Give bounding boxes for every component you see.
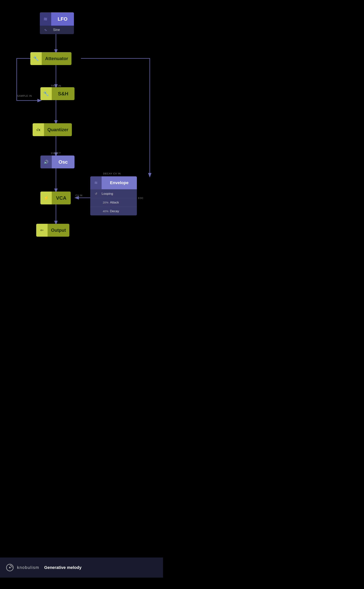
lfo-sublabel: Sine <box>51 28 74 32</box>
lfo-icon: ≋ <box>40 12 51 26</box>
envelope-module[interactable]: ≋ Envelope ↺ Looping 20% Attack 40% Deca… <box>90 176 137 216</box>
lfo-bottom: ∿ Sine <box>40 26 74 34</box>
vca-label: VCA <box>52 191 71 204</box>
output-label: Output <box>48 224 69 237</box>
attack-value: 20% <box>102 201 110 204</box>
osc-icon: 🔊 <box>40 156 52 168</box>
lfo-module[interactable]: ≋ LFO ∿ Sine <box>40 12 74 34</box>
decay-cv-in-label: DECAY CV IN <box>103 172 121 175</box>
looping-label: Looping <box>102 192 137 196</box>
svg-point-9 <box>9 567 11 568</box>
envelope-looping-row[interactable]: ↺ Looping <box>90 189 137 198</box>
attenuator-icon: 🔧 <box>30 52 42 65</box>
osc-label: Osc <box>52 156 74 168</box>
attenuator-module[interactable]: 🔧 Attenuator <box>30 52 72 65</box>
quantizer-icon: √x <box>32 123 44 136</box>
quantizer-module[interactable]: √x Quantizer <box>32 123 72 136</box>
osc-module[interactable]: 🔊 Osc <box>40 156 74 168</box>
envelope-attack-row[interactable]: 20% Attack <box>90 198 137 207</box>
decay-label: Decay <box>110 209 137 213</box>
attack-label: Attack <box>110 201 137 204</box>
envelope-decay-row[interactable]: 40% Decay <box>90 207 137 216</box>
eoc-label: EOC <box>138 197 143 199</box>
knobulism-logo <box>6 563 14 572</box>
footer-title: Generative melody <box>44 565 82 570</box>
envelope-label: Envelope <box>102 176 137 189</box>
sh-icon: 🔧 <box>40 87 52 100</box>
decay-value: 40% <box>102 209 110 213</box>
envelope-top: ≋ Envelope <box>90 176 137 189</box>
vca-icon: ⚡ <box>40 191 52 204</box>
output-icon: ⇐ <box>36 224 48 237</box>
lfo-label: LFO <box>51 12 74 26</box>
attenuator-label: Attenuator <box>42 52 72 65</box>
envelope-rows: ↺ Looping 20% Attack 40% Decay <box>90 189 137 216</box>
vca-cv-in-label: CV IN <box>75 194 83 197</box>
sample-in-label: SAMPLE IN <box>17 94 32 97</box>
envelope-icon: ≋ <box>90 176 102 189</box>
1voct-label: 1V/OCT <box>51 152 61 155</box>
looping-icon: ↺ <box>90 192 102 196</box>
output-module[interactable]: ⇐ Output <box>36 224 69 237</box>
trig-in-label: TRIG IN <box>51 84 61 87</box>
lfo-top: ≋ LFO <box>40 12 74 26</box>
lfo-sine-icon: ∿ <box>40 28 51 32</box>
footer-brand: knobulism <box>17 565 39 570</box>
vca-module[interactable]: ⚡ VCA <box>40 191 71 204</box>
sh-module[interactable]: 🔧 S&H <box>40 87 74 100</box>
quantizer-label: Quantizer <box>44 123 72 136</box>
sh-label: S&H <box>52 87 74 100</box>
footer: knobulism Generative melody <box>0 557 163 578</box>
